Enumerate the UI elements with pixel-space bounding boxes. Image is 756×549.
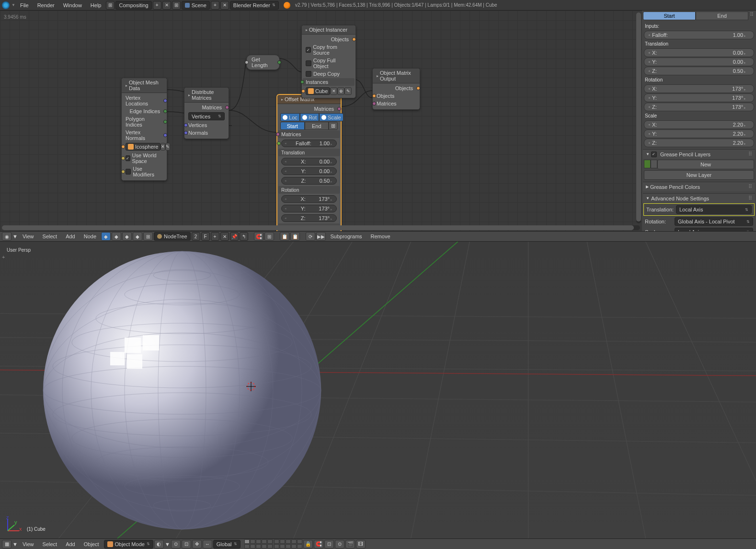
panel-falloff[interactable]: Falloff:1.00 [644,31,754,39]
menu-select[interactable]: Select [39,233,61,240]
scene-delete-button[interactable]: ✕ [220,1,229,10]
check-copy-source[interactable] [306,47,311,53]
node-distribute-matrices[interactable]: ▸Distribute Matrices Matrices Vertices V… [184,87,229,139]
eyedropper-button[interactable]: ✎ [344,87,352,95]
new-button[interactable]: New [657,160,754,169]
gp-check[interactable] [651,152,657,157]
exec-button[interactable]: ▶▶ [316,232,326,241]
world-button[interactable]: ⊕ [337,87,344,95]
use-world-space-row[interactable]: Use World Space [124,152,165,165]
collapse-icon[interactable]: ▸ [281,97,283,102]
panel-scale-z[interactable]: Z:2.20 [644,139,754,147]
grease-pencil-colors-header[interactable]: ▶Grease Pencil Colors⠿ [643,182,755,191]
copy-from-source-row[interactable]: Copy from Source [304,43,354,57]
unlink-button[interactable]: ✕ [160,143,165,151]
go-parent-button[interactable]: ↰ [240,232,248,241]
node-hscroll[interactable] [2,225,640,230]
options-button[interactable]: ⊞ [329,122,338,130]
scale-axis-select[interactable]: Local Axis [675,228,753,231]
collapse-icon[interactable]: ▸ [126,83,127,88]
use-modifiers-row[interactable]: Use Modifiers [124,165,165,178]
grip-icon[interactable]: ⠿ [748,12,755,20]
panel-trans-y[interactable]: Y:0.00 [644,58,754,66]
manip-trans-button[interactable]: ↔ [203,540,212,549]
nodetree-browse-button[interactable]: ⊞ [143,232,153,241]
snap-button[interactable]: 🧲 [314,540,323,549]
panel-trans-z[interactable]: Z:0.50 [644,67,754,75]
trans-z[interactable]: Z:0.50 [281,177,337,185]
unlink-button[interactable]: ✕ [330,87,337,95]
editor-type-button[interactable]: ▦ [2,540,11,549]
check-deep-copy[interactable] [306,71,311,77]
check-copy-full[interactable] [306,60,311,66]
scroll-thumb[interactable] [2,225,634,230]
shading-button[interactable]: ◐ [154,540,164,549]
trans-y[interactable]: Y:0.00 [281,167,337,175]
scroll-thumb[interactable] [636,12,641,222]
node-header[interactable]: ▸Distribute Matrices [184,88,229,103]
auto-exec-button[interactable]: ⟳ [306,232,315,241]
render-preview-button[interactable]: 🎬 [345,540,355,549]
properties-panel[interactable]: Start End ⠿ Inputs: Falloff:1.00 Transla… [642,11,756,231]
object-field[interactable]: Icosphere [126,143,160,151]
rotation-axis-select[interactable]: Global Axis - Local Pivot [675,217,753,226]
menu-render[interactable]: Render [34,1,58,9]
remove-button[interactable]: Remove [367,233,394,240]
scene-field[interactable]: Scene [182,1,210,10]
color-swatch-icon[interactable] [651,160,657,168]
rot-y[interactable]: Y:173° [281,205,337,212]
menu-node[interactable]: Node [80,233,100,240]
node-object-instancer[interactable]: ▸Object Instancer Objects Copy from Sour… [301,25,356,98]
new-layer-button[interactable]: New Layer [644,170,754,180]
pivot-button[interactable]: ⊙ [171,540,181,549]
panel-trans-x[interactable]: X:0.00 [644,48,754,57]
node-vscroll[interactable] [636,12,641,223]
scene-browse-button[interactable]: ⊞ [172,1,181,10]
panel-scale-y[interactable]: Y:2.20 [644,129,754,138]
tree-type-button[interactable]: ◆ [112,232,121,241]
mode-select[interactable]: Object Mode⇅ [104,540,153,549]
rot-x[interactable]: X:173° [281,195,337,203]
unlink-button[interactable]: ✕ [220,232,229,241]
checkbox-world-space[interactable] [126,155,130,161]
lock-camera-button[interactable]: 🔒 [303,540,313,549]
tree-type-button[interactable]: ◆ [133,232,142,241]
menu-view[interactable]: View [19,233,38,240]
rot-z[interactable]: Z:173° [281,214,337,222]
menu-select[interactable]: Select [39,540,61,548]
layout-delete-button[interactable]: ✕ [162,1,171,10]
add-button[interactable]: + [211,232,219,241]
menu-add[interactable]: Add [62,540,79,548]
node-editor-area[interactable]: 3.9456 ms ▸Object Mesh Data Vertex Locat… [0,11,642,231]
fake-user-button[interactable]: F [201,232,210,241]
screen-layout-field[interactable]: Compositing [115,1,151,10]
tab-start[interactable]: Start [643,12,696,20]
tree-type-button[interactable]: ◆ [101,232,111,241]
node-get-length[interactable]: Get Length [246,55,280,70]
manipulator-button[interactable]: ✥ [192,540,202,549]
rot-toggle[interactable]: Rot [300,113,319,121]
start-button[interactable]: Start [280,122,305,130]
end-button[interactable]: End [305,122,329,130]
render-anim-button[interactable]: 🎞 [356,540,366,549]
deep-copy-row[interactable]: Deep Copy [304,70,354,78]
menu-object[interactable]: Object [80,540,103,548]
menu-add[interactable]: Add [62,233,79,240]
mode-select[interactable]: Vertices [188,112,225,120]
trans-x[interactable]: X:0.00 [281,158,337,165]
loc-toggle[interactable]: Loc [280,113,300,121]
render-engine-select[interactable]: Blender Render⇅ [230,1,279,10]
tab-end[interactable]: End [696,12,748,20]
node-offset-matrix[interactable]: ▸Offset Matrix Matrices Loc Rot Scale St… [277,94,341,231]
translation-axis-select[interactable]: Local Axis [676,205,752,214]
menu-help[interactable]: Help [87,1,105,9]
menu-window[interactable]: Window [59,1,86,9]
node-object-matrix-output[interactable]: ▸Object Matrix Output Objects Objects Ma… [372,68,420,110]
3d-viewport[interactable]: User Persp + (1) Cube x z y [0,242,756,538]
pin-button[interactable]: 📌 [230,232,239,241]
menu-file[interactable]: File [16,1,33,9]
snap-element-button[interactable]: ⊡ [324,540,334,549]
scale-toggle[interactable]: Scale [319,113,344,121]
color-swatch-icon[interactable] [644,160,651,168]
pivot-each-button[interactable]: ⊡ [182,540,191,549]
